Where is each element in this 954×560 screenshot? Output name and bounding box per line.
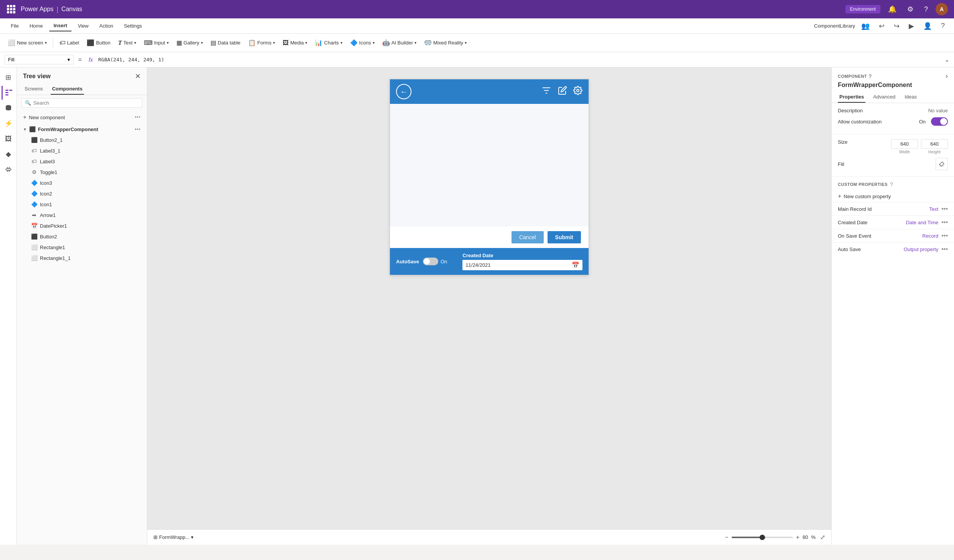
left-icon-media[interactable]: 🖼 xyxy=(2,132,15,146)
zoom-minus-button[interactable]: − xyxy=(725,534,728,541)
menu-settings[interactable]: Settings xyxy=(119,21,146,31)
autosave-toggle[interactable] xyxy=(423,258,438,265)
description-value[interactable]: No value xyxy=(928,108,948,113)
right-tab-advanced[interactable]: Advanced xyxy=(872,92,897,103)
width-input[interactable] xyxy=(891,139,918,149)
ribbon-button[interactable]: ⬛ Button xyxy=(84,38,113,48)
ribbon-new-screen[interactable]: ⬜ New screen ▾ xyxy=(5,38,50,48)
ribbon-gallery[interactable]: ▦ Gallery ▾ xyxy=(173,38,206,48)
cancel-button[interactable]: Cancel xyxy=(512,231,544,243)
menu-insert[interactable]: Insert xyxy=(49,20,72,31)
zoom-expand-icon[interactable]: ⤢ xyxy=(820,534,825,541)
left-icon-home[interactable]: ⊞ xyxy=(2,71,15,84)
help-menu-icon[interactable]: ? xyxy=(938,20,948,31)
form-back-button[interactable]: ← xyxy=(396,84,411,99)
menu-action[interactable]: Action xyxy=(95,21,118,31)
tree-item-button2-1[interactable]: ⬛ Button2_1 ••• xyxy=(17,135,147,145)
auto-save-more[interactable]: ••• xyxy=(941,246,948,253)
canvas-area: ← xyxy=(147,67,831,545)
rectangle1-1-label: Rectangle1_1 xyxy=(40,255,129,261)
formula-fx-button[interactable]: fx xyxy=(86,57,95,63)
tree-item-rectangle1-1[interactable]: ⬜ Rectangle1_1 ••• xyxy=(17,253,147,263)
form-footer: AutoSave On Created Date 11/24/2021 📅 xyxy=(390,248,589,275)
formula-expand-icon[interactable]: ⌄ xyxy=(944,56,949,63)
component-more-icon[interactable]: ••• xyxy=(135,126,141,132)
ribbon-input-label: Input xyxy=(154,40,165,46)
ribbon-data-table[interactable]: ▤ Data table xyxy=(207,38,243,48)
menu-home[interactable]: Home xyxy=(25,21,48,31)
tree-item-icon2[interactable]: 🔷 Icon2 ••• xyxy=(17,188,147,199)
right-tab-properties[interactable]: Properties xyxy=(838,92,865,103)
tree-tab-screens[interactable]: Screens xyxy=(23,84,44,95)
ribbon-media[interactable]: 🖼 Media ▾ xyxy=(280,38,310,48)
notifications-icon[interactable]: 🔔 xyxy=(885,3,900,15)
ribbon-forms[interactable]: 📋 Forms ▾ xyxy=(245,38,278,48)
tree-item-icon1[interactable]: 🔷 Icon1 ••• xyxy=(17,199,147,210)
main-record-id-more[interactable]: ••• xyxy=(941,205,948,212)
right-panel-expand-icon[interactable]: › xyxy=(946,72,948,80)
tree-search-input[interactable] xyxy=(33,100,139,106)
form-buttons: Cancel Submit xyxy=(390,227,589,248)
height-input[interactable] xyxy=(921,139,948,149)
left-icon-connections[interactable]: ⚡ xyxy=(2,117,15,130)
new-custom-property-button[interactable]: + New custom property xyxy=(832,190,954,202)
fill-swatch[interactable] xyxy=(936,158,948,170)
new-component-more-icon[interactable]: ••• xyxy=(135,115,141,120)
waffle-icon[interactable] xyxy=(6,4,16,14)
zoom-plus-button[interactable]: + xyxy=(796,534,799,541)
zoom-slider[interactable] xyxy=(732,537,793,538)
ribbon-mixed-reality[interactable]: 🥽 Mixed Reality ▾ xyxy=(421,38,470,48)
ribbon-input[interactable]: ⌨ Input ▾ xyxy=(141,38,172,48)
created-date-more[interactable]: ••• xyxy=(941,219,948,226)
menu-file[interactable]: File xyxy=(6,21,23,31)
on-save-event-more[interactable]: ••• xyxy=(941,232,948,239)
tree-item-button2[interactable]: ⬛ Button2 ••• xyxy=(17,231,147,242)
ribbon-text[interactable]: T Text ▾ xyxy=(115,38,139,48)
formula-dropdown[interactable]: Fill ▾ xyxy=(5,55,74,64)
left-icon-data[interactable] xyxy=(2,101,15,115)
person-icon[interactable]: 👤 xyxy=(920,20,935,32)
play-button[interactable]: ▶ xyxy=(906,20,917,32)
component-section-label: COMPONENT xyxy=(838,74,867,79)
tree-tab-components[interactable]: Components xyxy=(51,84,84,95)
formula-input[interactable] xyxy=(98,57,941,62)
filter-icon[interactable] xyxy=(541,85,552,98)
new-component-button[interactable]: + New component ••• xyxy=(17,111,147,124)
ribbon-ai-builder[interactable]: 🤖 AI Builder ▾ xyxy=(379,38,419,48)
edit-icon[interactable] xyxy=(558,86,567,97)
submit-button[interactable]: Submit xyxy=(548,231,581,243)
tree-item-label3-1[interactable]: 🏷 Label3_1 ••• xyxy=(17,145,147,156)
tree-item-toggle1[interactable]: ⚙ Toggle1 ••• xyxy=(17,167,147,177)
help-icon[interactable]: ? xyxy=(921,4,931,15)
tree-item-datepicker1[interactable]: 📅 DatePicker1 ••• xyxy=(17,220,147,231)
custom-properties-help-icon[interactable]: ? xyxy=(890,181,893,187)
gear-settings-icon[interactable] xyxy=(573,86,582,97)
left-icon-variables[interactable] xyxy=(2,163,15,176)
redo-button[interactable]: ↪ xyxy=(891,20,903,32)
tree-item-arrow1[interactable]: ➡ Arrow1 ••• xyxy=(17,210,147,220)
left-icon-tree[interactable] xyxy=(2,86,15,100)
menu-view[interactable]: View xyxy=(73,21,93,31)
form-header-left: ← xyxy=(396,84,411,99)
undo-button[interactable]: ↩ xyxy=(876,20,888,32)
component-expand-icon[interactable]: ▼ xyxy=(23,127,27,131)
ribbon-text-label: Text xyxy=(123,40,133,46)
component-help-icon[interactable]: ? xyxy=(868,73,872,79)
calendar-icon[interactable]: 📅 xyxy=(572,261,579,269)
tree-item-icon3[interactable]: 🔷 Icon3 ••• xyxy=(17,177,147,188)
environment-label[interactable]: Environment xyxy=(845,5,880,13)
tree-item-rectangle1[interactable]: ⬜ Rectangle1 ••• xyxy=(17,242,147,253)
tree-item-label3[interactable]: 🏷 Label3 ••• xyxy=(17,156,147,167)
right-tab-ideas[interactable]: Ideas xyxy=(903,92,918,103)
ribbon-icons[interactable]: 🔷 Icons ▾ xyxy=(347,38,378,48)
ribbon-charts[interactable]: 📊 Charts ▾ xyxy=(312,38,345,48)
share-icon[interactable]: 👥 xyxy=(858,20,873,32)
allow-customization-toggle[interactable] xyxy=(931,117,948,126)
component-row[interactable]: ▼ ⬛ FormWrapperComponent ••• xyxy=(17,124,147,135)
settings-icon[interactable]: ⚙ xyxy=(904,3,916,15)
avatar[interactable]: A xyxy=(936,3,948,15)
left-icon-components[interactable]: ◆ xyxy=(2,147,15,161)
canvas-component-label[interactable]: ⊞ FormWrapp... ▾ xyxy=(153,534,194,540)
ribbon-label[interactable]: 🏷 Label xyxy=(56,38,82,48)
tree-close-button[interactable]: ✕ xyxy=(135,72,141,80)
